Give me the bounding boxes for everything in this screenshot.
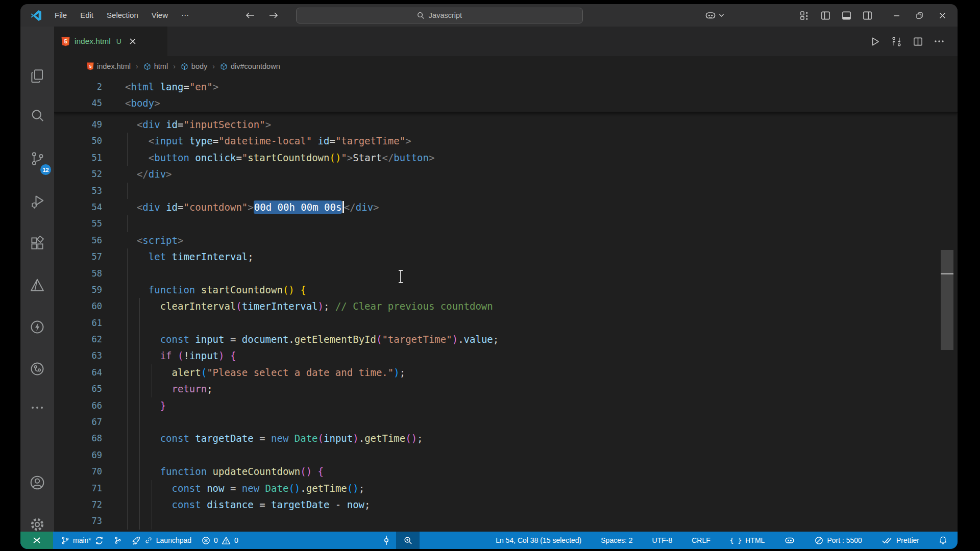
forward-arrow-icon[interactable] (268, 11, 279, 19)
eol-status[interactable]: CRLF (692, 536, 710, 544)
line-number[interactable]: 59 (54, 282, 102, 298)
notifications-bell-icon[interactable] (939, 536, 947, 545)
copilot-status-icon[interactable] (784, 535, 795, 545)
copilot-menu[interactable] (704, 10, 724, 21)
back-arrow-icon[interactable] (245, 11, 255, 19)
run-file-icon[interactable] (870, 37, 880, 46)
open-changes-icon[interactable] (891, 36, 902, 47)
line-number[interactable]: 73 (54, 513, 102, 529)
tab-index-html[interactable]: 5 index.html U (54, 27, 167, 56)
problems-status[interactable]: 0 0 (202, 536, 238, 545)
split-editor-icon[interactable] (913, 37, 923, 46)
line-number[interactable]: 63 (54, 347, 102, 364)
code-line-69[interactable]: 69 (54, 447, 958, 463)
line-number[interactable]: 66 (54, 397, 102, 414)
code-line-71[interactable]: 71 const now = new Date().getTime(); (54, 480, 958, 496)
line-number[interactable]: 71 (54, 480, 102, 496)
code-line-63[interactable]: 63 if (!input) { (54, 347, 958, 364)
line-number[interactable]: 56 (54, 232, 102, 248)
line-number[interactable]: 61 (54, 315, 102, 331)
line-number[interactable]: 67 (54, 414, 102, 430)
cursor-position-status[interactable]: Ln 54, Col 38 (15 selected) (496, 536, 581, 544)
branch-status[interactable]: main* (61, 536, 104, 545)
menu-file[interactable]: File (55, 11, 67, 20)
search-view-icon[interactable] (30, 108, 45, 123)
encoding-status[interactable]: UTF-8 (652, 536, 673, 544)
line-number[interactable]: 69 (54, 447, 102, 463)
code-line-58[interactable]: 58 (54, 265, 958, 282)
code-line-56[interactable]: 56 <script> (54, 232, 958, 248)
line-number[interactable]: 57 (54, 248, 102, 265)
line-number[interactable]: 52 (54, 166, 102, 182)
customize-layout-icon[interactable] (800, 11, 810, 20)
toggle-secondary-sidebar-icon[interactable] (863, 11, 872, 20)
menu-more[interactable]: ⋯ (181, 11, 189, 20)
code-line-2[interactable]: 2<html lang="en"> (54, 79, 958, 95)
menu-view[interactable]: View (152, 11, 168, 20)
extensions-icon[interactable] (30, 236, 45, 251)
remote-indicator[interactable] (20, 532, 53, 549)
code-line-59[interactable]: 59 function startCountdown() { (54, 282, 958, 298)
code-line-51[interactable]: 51 <button onclick="startCountdown()">St… (54, 149, 958, 166)
line-number[interactable]: 64 (54, 364, 102, 381)
explorer-icon[interactable] (30, 68, 45, 84)
line-number[interactable]: 60 (54, 298, 102, 314)
editor-scrollbar[interactable] (941, 250, 953, 350)
code-line-50[interactable]: 50 <input type="datetime-local" id="targ… (54, 133, 958, 149)
code-line-53[interactable]: 53 (54, 183, 958, 199)
formatter-status[interactable]: Prettier (881, 536, 919, 544)
source-control-icon[interactable] (30, 151, 45, 166)
code-line-67[interactable]: 67 (54, 414, 958, 430)
close-window-icon[interactable] (939, 12, 946, 19)
launchpad-status[interactable]: Launchpad (132, 536, 191, 545)
code-line-66[interactable]: 66 } (54, 397, 958, 414)
code-line-73[interactable]: 73 (54, 513, 958, 529)
toggle-panel-icon[interactable] (842, 11, 851, 20)
code-line-65[interactable]: 65 return; (54, 381, 958, 397)
line-number[interactable]: 49 (54, 116, 102, 133)
code-line-49[interactable]: 49 <div id="inputSection"> (54, 116, 958, 133)
sync-icon[interactable] (95, 536, 104, 545)
minimize-icon[interactable] (893, 12, 900, 19)
git-graph-icon[interactable] (30, 361, 45, 377)
line-number[interactable]: 62 (54, 331, 102, 347)
run-debug-icon[interactable] (30, 194, 45, 209)
language-mode-status[interactable]: { } HTML (730, 536, 765, 544)
menu-edit[interactable]: Edit (80, 11, 93, 20)
command-center-search[interactable]: Javascript (296, 8, 583, 23)
line-number[interactable]: 51 (54, 149, 102, 166)
live-server-port-status[interactable]: Port : 5500 (815, 536, 862, 545)
breadcrumb-html[interactable]: html (143, 62, 168, 70)
code-line-52[interactable]: 52 </div> (54, 166, 958, 182)
code-line-55[interactable]: 55 (54, 215, 958, 232)
code-line-45[interactable]: 45<body> (54, 95, 958, 111)
line-number[interactable]: 54 (54, 199, 102, 215)
line-number[interactable]: 45 (54, 95, 102, 111)
code-editor[interactable]: 49 <div id="inputSection">50 <input type… (54, 77, 958, 532)
breadcrumb-body[interactable]: body (181, 62, 207, 70)
source-control-graph-icon[interactable] (114, 536, 122, 545)
line-number[interactable]: 50 (54, 133, 102, 149)
line-number[interactable]: 70 (54, 463, 102, 480)
zoom-status[interactable] (396, 532, 420, 549)
code-line-57[interactable]: 57 let timerInterval; (54, 248, 958, 265)
line-number[interactable]: 53 (54, 183, 102, 199)
code-line-54[interactable]: 54 <div id="countdown">00d 00h 00m 00s</… (54, 199, 958, 215)
commit-dot-icon[interactable] (383, 535, 390, 545)
code-line-61[interactable]: 61 (54, 315, 958, 331)
prism-extension-icon[interactable] (30, 278, 45, 293)
tab-close-icon[interactable] (129, 38, 136, 45)
account-icon[interactable] (29, 474, 45, 491)
code-line-60[interactable]: 60 clearInterval(timerInterval); // Clea… (54, 298, 958, 314)
breadcrumb-div-countdown[interactable]: div#countdown (220, 62, 280, 70)
more-views-icon[interactable] (30, 405, 44, 410)
code-line-70[interactable]: 70 function updateCountdown() { (54, 463, 958, 480)
menu-selection[interactable]: Selection (107, 11, 138, 20)
line-number[interactable]: 65 (54, 381, 102, 397)
indentation-status[interactable]: Spaces: 2 (601, 536, 632, 544)
breadcrumb-file[interactable]: 5 index.html (87, 62, 131, 70)
toggle-primary-sidebar-icon[interactable] (821, 11, 830, 20)
code-line-62[interactable]: 62 const input = document.getElementById… (54, 331, 958, 347)
line-number[interactable]: 68 (54, 430, 102, 446)
line-number[interactable]: 72 (54, 496, 102, 513)
